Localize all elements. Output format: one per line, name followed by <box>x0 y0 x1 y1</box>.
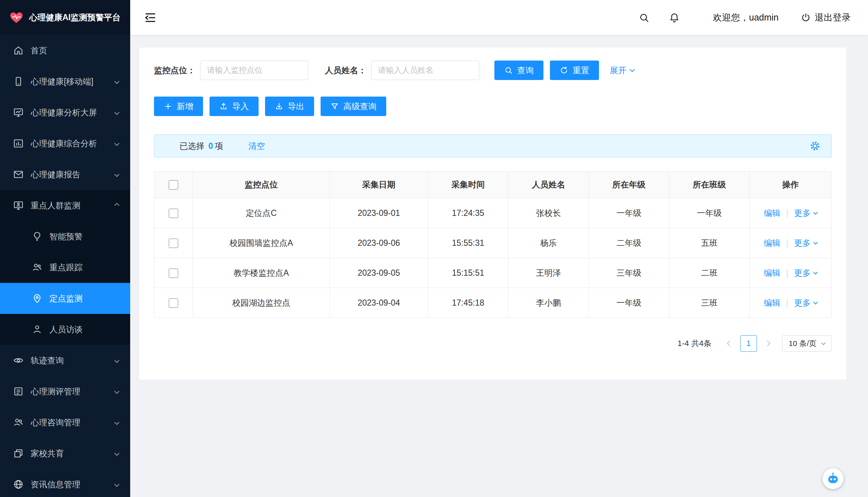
cell-point: 教学楼监控点A <box>193 258 330 288</box>
cell-ops: 编辑|更多 <box>750 258 832 288</box>
cell-ops: 编辑|更多 <box>750 198 832 228</box>
cell-class: 二班 <box>669 258 750 288</box>
cell-time: 15:15:51 <box>428 258 508 288</box>
bulb-icon <box>32 231 43 242</box>
more-link[interactable]: 更多 <box>794 208 817 219</box>
chevron-up-icon <box>115 204 119 207</box>
sidebar-item-home[interactable]: 首页 <box>0 35 130 66</box>
logout-label: 退出登录 <box>815 12 851 23</box>
edit-link[interactable]: 编辑 <box>764 267 780 279</box>
op-divider: | <box>786 268 788 278</box>
sidebar-item-assessment-management[interactable]: 心理测评管理 <box>0 376 130 407</box>
chatbot-button[interactable] <box>823 468 843 489</box>
main-card: 监控点位： 人员姓名： 查询 重置 展开 <box>139 48 846 380</box>
cell-point: 校园围墙监控点A <box>193 228 330 258</box>
sidebar: 心理健康AI监测预警平台 首页 心理健康[移动端] 心理健康分析大屏 心理健康综… <box>0 0 130 497</box>
chevron-down-icon <box>115 142 119 145</box>
chevron-down-icon <box>115 390 119 393</box>
edit-link[interactable]: 编辑 <box>764 238 780 249</box>
column-header: 操作 <box>750 172 832 198</box>
previous-page-button[interactable] <box>722 335 738 352</box>
pagination: 1-4 共4条 1 10 条/页 <box>154 335 832 352</box>
search-button[interactable]: 查询 <box>494 61 543 80</box>
table-row: 校园围墙监控点A 2023-09-06 15:55:31 杨乐 二年级 五班 编… <box>154 228 832 258</box>
edit-link[interactable]: 编辑 <box>764 208 780 219</box>
cell-time: 17:45:18 <box>428 288 508 318</box>
row-checkbox[interactable] <box>169 269 178 278</box>
sidebar-group-key-population: 重点人群监测 智能预警 重点跟踪 定点监测 <box>0 190 130 345</box>
advanced-query-button[interactable]: 高级查询 <box>321 97 386 116</box>
sidebar-item-home-school[interactable]: 家校共育 <box>0 438 130 469</box>
page-size-select[interactable]: 10 条/页 <box>782 335 832 352</box>
more-link[interactable]: 更多 <box>794 267 817 279</box>
sidebar-item-smart-warning[interactable]: 智能预警 <box>0 221 130 252</box>
sidebar-item-report[interactable]: 心理健康报告 <box>0 159 130 190</box>
advanced-query-button-label: 高级查询 <box>343 101 376 112</box>
sidebar-item-key-tracking[interactable]: 重点跟踪 <box>0 252 130 283</box>
sidebar-item-counseling-management[interactable]: 心理咨询管理 <box>0 407 130 438</box>
add-button[interactable]: 新增 <box>154 97 203 116</box>
export-button[interactable]: 导出 <box>265 97 314 116</box>
row-checkbox[interactable] <box>169 209 178 218</box>
clear-selection-link[interactable]: 清空 <box>248 141 265 152</box>
sidebar-item-label: 轨迹查询 <box>31 355 64 366</box>
import-button[interactable]: 导入 <box>210 97 259 116</box>
sidebar-item-label: 心理健康分析大屏 <box>31 107 97 118</box>
cell-ops: 编辑|更多 <box>750 228 832 258</box>
action-row: 新增 导入 导出 高级查询 <box>154 97 832 116</box>
select-all-cell <box>154 172 193 198</box>
column-header: 所在班级 <box>669 172 750 198</box>
sidebar-item-trajectory-query[interactable]: 轨迹查询 <box>0 345 130 376</box>
search-icon[interactable] <box>639 12 649 23</box>
sidebar-item-analysis-screen[interactable]: 心理健康分析大屏 <box>0 97 130 128</box>
more-link[interactable]: 更多 <box>794 238 817 249</box>
cell-name: 李小鹏 <box>508 288 589 318</box>
sidebar-item-label: 家校共育 <box>31 448 64 459</box>
bell-icon[interactable] <box>669 12 680 23</box>
filter-name-label: 人员姓名： <box>325 65 366 76</box>
row-checkbox[interactable] <box>169 239 178 248</box>
cell-time: 17:24:35 <box>428 198 508 228</box>
sidebar-item-key-population-monitor[interactable]: 重点人群监测 <box>0 190 130 221</box>
expand-link[interactable]: 展开 <box>610 65 634 76</box>
sidebar-item-mobile[interactable]: 心理健康[移动端] <box>0 66 130 97</box>
sidebar-item-label: 心理健康[移动端] <box>31 76 93 87</box>
topbar: 欢迎您，uadmin 退出登录 <box>130 0 868 35</box>
gear-icon[interactable] <box>810 141 820 151</box>
robot-icon <box>826 471 840 486</box>
add-button-label: 新增 <box>177 101 193 112</box>
next-page-button[interactable] <box>759 335 776 352</box>
point-input[interactable] <box>200 61 308 80</box>
cell-time: 15:55:31 <box>428 228 508 258</box>
sidebar-item-label: 心理咨询管理 <box>31 417 80 428</box>
eye-icon <box>13 355 24 366</box>
pagination-total: 1-4 共4条 <box>678 338 711 349</box>
chevron-down-icon <box>813 240 818 245</box>
sidebar-item-fixed-point-monitor[interactable]: 定点监测 <box>0 283 130 314</box>
table-header-row: 监控点位 采集日期 采集时间 人员姓名 所在年级 所在班级 操作 <box>154 172 832 198</box>
share-home-icon <box>13 448 24 459</box>
table-row: 教学楼监控点A 2023-09-05 15:15:51 王明泽 三年级 二班 编… <box>154 258 832 288</box>
reset-button[interactable]: 重置 <box>550 61 599 80</box>
row-checkbox[interactable] <box>169 298 178 308</box>
app-title: 心理健康AI监测预警平台 <box>29 12 120 23</box>
menu-collapse-button[interactable] <box>144 11 157 24</box>
edit-link[interactable]: 编辑 <box>764 297 780 309</box>
select-all-checkbox[interactable] <box>169 180 178 190</box>
filter-row: 监控点位： 人员姓名： 查询 重置 展开 <box>154 61 832 80</box>
name-input[interactable] <box>371 61 479 80</box>
more-link[interactable]: 更多 <box>794 297 817 309</box>
app-logo: 心理健康AI监测预警平台 <box>0 0 130 35</box>
selected-prefix: 已选择 <box>180 141 204 152</box>
sidebar-item-label: 心理测评管理 <box>31 386 80 397</box>
logout-button[interactable]: 退出登录 <box>801 12 851 23</box>
sidebar-item-news-management[interactable]: 资讯信息管理 <box>0 469 130 497</box>
sidebar-item-personnel-interview[interactable]: 人员访谈 <box>0 314 130 345</box>
mobile-icon <box>13 76 24 87</box>
page-number-button[interactable]: 1 <box>740 335 757 352</box>
page-size-value: 10 条/页 <box>789 338 816 349</box>
sidebar-menu: 首页 心理健康[移动端] 心理健康分析大屏 心理健康综合分析 心理健康报告 <box>0 35 130 497</box>
cell-date: 2023-09-06 <box>330 228 428 258</box>
cell-name: 杨乐 <box>508 228 589 258</box>
sidebar-item-comprehensive-analysis[interactable]: 心理健康综合分析 <box>0 128 130 159</box>
